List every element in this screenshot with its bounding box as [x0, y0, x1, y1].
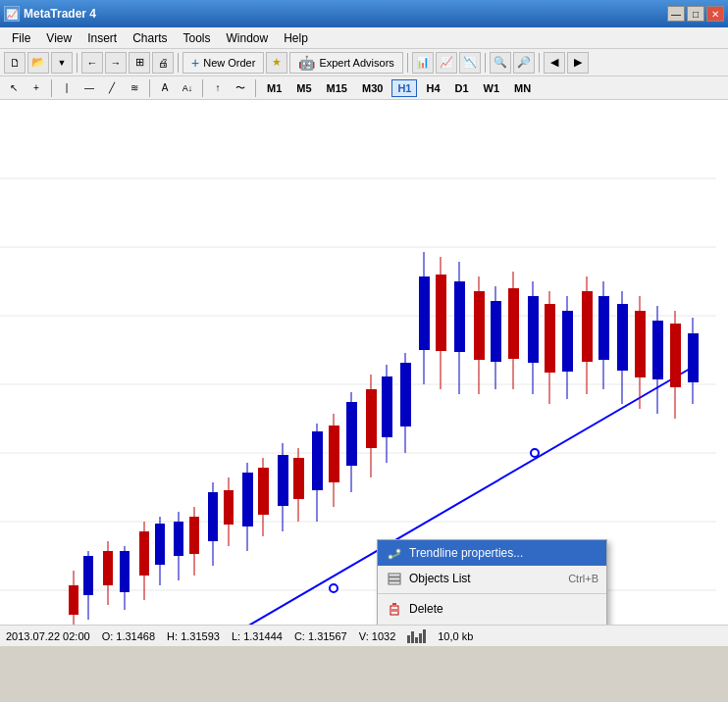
menu-window[interactable]: Window: [219, 29, 277, 47]
svg-rect-82: [688, 333, 699, 382]
toolbar-chart1[interactable]: 📊: [412, 52, 434, 74]
context-menu: Trendline properties... Objects List Ctr…: [377, 539, 607, 625]
trendline-props-icon: [386, 544, 403, 562]
toolbar-left[interactable]: ◀: [544, 52, 565, 74]
wave-tool[interactable]: 〜: [231, 78, 250, 98]
svg-rect-58: [474, 291, 485, 360]
svg-rect-60: [491, 301, 501, 362]
toolbar-print[interactable]: 🖨: [152, 52, 174, 74]
toolbar-chart2[interactable]: 📈: [436, 52, 457, 74]
status-date: 2013.07.22 02:00: [6, 630, 90, 642]
trendline-tool[interactable]: ╱: [102, 78, 122, 98]
toolbar-star[interactable]: ★: [266, 52, 287, 74]
menu-insert[interactable]: Insert: [79, 29, 125, 47]
status-close: C: 1.31567: [294, 630, 347, 642]
tf-h4[interactable]: H4: [420, 79, 445, 97]
cm-trendline-properties[interactable]: Trendline properties...: [378, 540, 606, 566]
toolbar2-sep4: [255, 79, 256, 97]
text-tool[interactable]: A: [155, 78, 175, 98]
vline-tool[interactable]: |: [57, 78, 77, 98]
chart-area: Trendline properties... Objects List Ctr…: [0, 100, 728, 625]
svg-rect-78: [652, 321, 663, 379]
svg-rect-40: [312, 431, 323, 490]
tf-h1[interactable]: H1: [391, 79, 417, 97]
menu-help[interactable]: Help: [276, 29, 316, 47]
svg-rect-74: [617, 304, 628, 371]
svg-rect-24: [174, 522, 183, 556]
svg-rect-16: [103, 551, 113, 585]
svg-point-10: [531, 449, 539, 457]
svg-rect-20: [139, 531, 149, 576]
cursor-tool[interactable]: ↖: [4, 78, 24, 98]
window-controls: — □ ✕: [667, 6, 724, 22]
maximize-button[interactable]: □: [687, 6, 704, 22]
title-bar: 📈 MetaTrader 4 — □ ✕: [0, 0, 728, 27]
close-button[interactable]: ✕: [706, 6, 724, 22]
tf-mn[interactable]: MN: [508, 79, 537, 97]
toolbar-refresh[interactable]: ⊞: [129, 52, 150, 74]
svg-rect-48: [382, 376, 392, 437]
toolbar2-sep2: [149, 79, 150, 97]
svg-rect-18: [120, 551, 130, 592]
toolbar2-sep1: [51, 79, 52, 97]
toolbar-open2[interactable]: ▼: [51, 52, 73, 74]
svg-rect-46: [366, 389, 377, 448]
arrow-tool[interactable]: ↑: [208, 78, 228, 98]
label-tool[interactable]: A↓: [178, 78, 197, 98]
new-order-button[interactable]: + New Order: [182, 52, 264, 74]
cm-delete-all-arrows[interactable]: Delete All Arrows: [378, 622, 606, 625]
toolbar-back[interactable]: ←: [81, 52, 103, 74]
tf-m15[interactable]: M15: [321, 79, 353, 97]
cm-delete[interactable]: Delete: [378, 596, 606, 622]
toolbar-zoom-out[interactable]: 🔎: [513, 52, 535, 74]
bar4: [419, 633, 422, 643]
channel-tool[interactable]: ≋: [125, 78, 144, 98]
toolbar-new[interactable]: 🗋: [4, 52, 26, 74]
status-bars-icon: [407, 629, 426, 643]
svg-rect-68: [562, 311, 573, 372]
toolbar-right[interactable]: ▶: [567, 52, 589, 74]
minimize-button[interactable]: —: [667, 6, 685, 22]
svg-rect-70: [582, 291, 593, 362]
toolbar-open[interactable]: 📂: [27, 52, 49, 74]
bar3: [415, 637, 418, 643]
svg-rect-72: [598, 296, 609, 360]
tf-m5[interactable]: M5: [290, 79, 317, 97]
cm-delete-label: Delete: [409, 602, 443, 616]
toolbar-sep4: [485, 53, 486, 73]
tf-w1[interactable]: W1: [478, 79, 506, 97]
menu-tools[interactable]: Tools: [176, 29, 219, 47]
svg-rect-52: [419, 276, 430, 350]
cm-trendline-label: Trendline properties...: [409, 546, 523, 560]
menu-charts[interactable]: Charts: [125, 29, 175, 47]
cm-sep1: [378, 593, 606, 594]
expert-advisors-button[interactable]: 🤖 Expert Advisors: [289, 52, 402, 74]
menu-bar: File View Insert Charts Tools Window Hel…: [0, 27, 728, 49]
svg-rect-34: [258, 468, 269, 515]
tf-d1[interactable]: D1: [449, 79, 475, 97]
status-filesize: 10,0 kb: [438, 630, 473, 642]
svg-rect-88: [389, 581, 400, 584]
bar1: [407, 635, 410, 643]
toolbar-forward[interactable]: →: [105, 52, 127, 74]
svg-rect-32: [242, 473, 253, 526]
menu-file[interactable]: File: [4, 29, 38, 47]
status-bar: 2013.07.22 02:00 O: 1.31468 H: 1.31593 L…: [0, 625, 728, 646]
svg-rect-86: [389, 574, 400, 577]
hline-tool[interactable]: —: [79, 78, 99, 98]
menu-view[interactable]: View: [38, 29, 79, 47]
cm-objects-list[interactable]: Objects List Ctrl+B: [378, 566, 606, 591]
crosshair-tool[interactable]: +: [26, 78, 46, 98]
svg-rect-14: [83, 556, 93, 595]
svg-rect-38: [293, 458, 304, 499]
toolbar-sep5: [539, 53, 540, 73]
toolbar-chart3[interactable]: 📉: [459, 52, 481, 74]
objects-list-icon: [386, 570, 403, 587]
main-toolbar: 🗋 📂 ▼ ← → ⊞ 🖨 + New Order ★ 🤖 Expert Adv…: [0, 49, 728, 76]
tf-m1[interactable]: M1: [261, 79, 287, 97]
status-low: L: 1.31444: [232, 630, 283, 642]
tf-m30[interactable]: M30: [356, 79, 389, 97]
status-volume: V: 1032: [359, 630, 396, 642]
toolbar-zoom-in[interactable]: 🔍: [490, 52, 511, 74]
svg-rect-30: [224, 490, 234, 525]
